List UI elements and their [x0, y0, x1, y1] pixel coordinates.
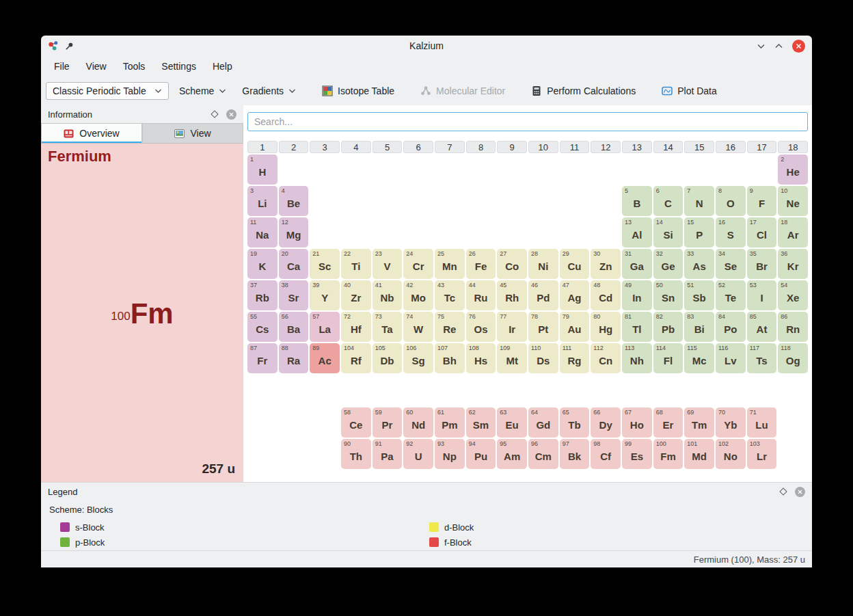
element-Os[interactable]: 76Os — [466, 312, 496, 342]
element-Xe[interactable]: 54Xe — [778, 280, 808, 310]
element-Mc[interactable]: 115Mc — [684, 343, 714, 373]
element-B[interactable]: 5B — [622, 186, 652, 216]
element-Cm[interactable]: 96Cm — [528, 439, 558, 469]
element-Sg[interactable]: 106Sg — [403, 343, 433, 373]
element-Ca[interactable]: 20Ca — [279, 249, 309, 279]
perform-calculations-button[interactable]: Perform Calculations — [526, 81, 641, 101]
element-Mo[interactable]: 42Mo — [403, 280, 433, 310]
element-Sr[interactable]: 38Sr — [279, 280, 309, 310]
float-dock-icon[interactable] — [211, 110, 218, 118]
element-C[interactable]: 6C — [653, 186, 683, 216]
element-Zr[interactable]: 40Zr — [341, 280, 371, 310]
element-Cu[interactable]: 29Cu — [560, 249, 590, 279]
element-Pu[interactable]: 94Pu — [466, 439, 496, 469]
element-Be[interactable]: 4Be — [279, 186, 309, 216]
element-Rg[interactable]: 111Rg — [560, 343, 590, 373]
plot-data-button[interactable]: Plot Data — [656, 81, 722, 101]
element-O[interactable]: 8O — [716, 186, 746, 216]
element-Pb[interactable]: 82Pb — [653, 312, 683, 342]
titlebar[interactable]: Kalzium — [41, 36, 812, 56]
menu-file[interactable]: File — [46, 58, 77, 75]
element-Li[interactable]: 3Li — [247, 186, 277, 216]
element-Lv[interactable]: 116Lv — [716, 343, 746, 373]
menu-settings[interactable]: Settings — [154, 58, 204, 75]
element-Se[interactable]: 34Se — [716, 249, 746, 279]
menu-tools[interactable]: Tools — [116, 58, 153, 75]
element-Ru[interactable]: 44Ru — [466, 280, 496, 310]
menu-help[interactable]: Help — [205, 58, 240, 75]
element-Eu[interactable]: 63Eu — [497, 407, 527, 438]
element-W[interactable]: 74W — [403, 312, 433, 342]
scheme-button[interactable]: Scheme — [174, 81, 232, 101]
element-Ge[interactable]: 32Ge — [653, 249, 683, 279]
element-Er[interactable]: 68Er — [653, 407, 683, 438]
element-Pa[interactable]: 91Pa — [373, 439, 403, 469]
close-dock-icon[interactable] — [226, 109, 236, 120]
element-Bi[interactable]: 83Bi — [684, 312, 714, 342]
element-Fl[interactable]: 114Fl — [653, 343, 683, 373]
element-Co[interactable]: 27Co — [497, 249, 527, 279]
element-F[interactable]: 9F — [747, 186, 777, 216]
element-Sb[interactable]: 51Sb — [684, 280, 714, 310]
element-Ba[interactable]: 56Ba — [279, 312, 309, 342]
element-Pd[interactable]: 46Pd — [528, 280, 558, 310]
element-Yb[interactable]: 70Yb — [716, 407, 746, 438]
element-Cn[interactable]: 112Cn — [591, 343, 621, 373]
element-Na[interactable]: 11Na — [247, 217, 277, 247]
element-Np[interactable]: 93Np — [435, 439, 465, 469]
element-Gd[interactable]: 64Gd — [528, 407, 558, 438]
element-Au[interactable]: 79Au — [560, 312, 590, 342]
element-Sm[interactable]: 62Sm — [466, 407, 496, 438]
element-Nd[interactable]: 60Nd — [403, 407, 433, 438]
gradients-button[interactable]: Gradients — [236, 81, 301, 101]
close-dock-icon[interactable] — [795, 487, 805, 497]
element-Cf[interactable]: 98Cf — [591, 439, 621, 469]
element-Fm[interactable]: 100Fm — [653, 439, 683, 469]
element-Mn[interactable]: 25Mn — [435, 249, 465, 279]
element-K[interactable]: 19K — [247, 249, 277, 279]
menu-view[interactable]: View — [79, 58, 114, 75]
float-dock-icon[interactable] — [779, 487, 787, 495]
table-type-select[interactable]: Classic Periodic Table — [46, 82, 169, 100]
element-Fe[interactable]: 26Fe — [466, 249, 496, 279]
element-Te[interactable]: 52Te — [716, 280, 746, 310]
element-Hf[interactable]: 72Hf — [341, 312, 371, 342]
element-Ne[interactable]: 10Ne — [778, 186, 808, 216]
element-Tl[interactable]: 81Tl — [622, 312, 652, 342]
element-Ds[interactable]: 110Ds — [528, 343, 558, 373]
element-S[interactable]: 16S — [716, 217, 746, 247]
element-Hg[interactable]: 80Hg — [591, 312, 621, 342]
element-I[interactable]: 53I — [747, 280, 777, 310]
element-Ti[interactable]: 22Ti — [341, 249, 371, 279]
isotope-table-button[interactable]: Isotope Table — [316, 81, 400, 101]
element-Ce[interactable]: 58Ce — [341, 407, 371, 438]
element-He[interactable]: 2He — [778, 155, 808, 185]
element-Si[interactable]: 14Si — [653, 217, 683, 247]
element-Ag[interactable]: 47Ag — [560, 280, 590, 310]
element-Tb[interactable]: 65Tb — [560, 407, 590, 438]
element-Lr[interactable]: 103Lr — [747, 439, 777, 469]
element-Bk[interactable]: 97Bk — [560, 439, 590, 469]
element-No[interactable]: 102No — [716, 439, 746, 469]
element-P[interactable]: 15P — [684, 217, 714, 247]
element-Db[interactable]: 105Db — [373, 343, 403, 373]
element-Am[interactable]: 95Am — [497, 439, 527, 469]
element-Ir[interactable]: 77Ir — [497, 312, 527, 342]
element-Ta[interactable]: 73Ta — [373, 312, 403, 342]
element-Re[interactable]: 75Re — [435, 312, 465, 342]
pin-icon[interactable] — [65, 42, 74, 51]
element-Cs[interactable]: 55Cs — [247, 312, 277, 342]
element-Pt[interactable]: 78Pt — [528, 312, 558, 342]
element-Mt[interactable]: 109Mt — [497, 343, 527, 373]
element-Ho[interactable]: 67Ho — [622, 407, 652, 438]
element-Bh[interactable]: 107Bh — [435, 343, 465, 373]
element-Tm[interactable]: 69Tm — [684, 407, 714, 438]
element-Mg[interactable]: 12Mg — [279, 217, 309, 247]
element-La[interactable]: 57La — [310, 312, 340, 342]
element-At[interactable]: 85At — [747, 312, 777, 342]
element-Ts[interactable]: 117Ts — [747, 343, 777, 373]
element-H[interactable]: 1H — [247, 155, 277, 185]
element-Kr[interactable]: 36Kr — [778, 249, 808, 279]
element-V[interactable]: 23V — [373, 249, 403, 279]
element-Hs[interactable]: 108Hs — [466, 343, 496, 373]
